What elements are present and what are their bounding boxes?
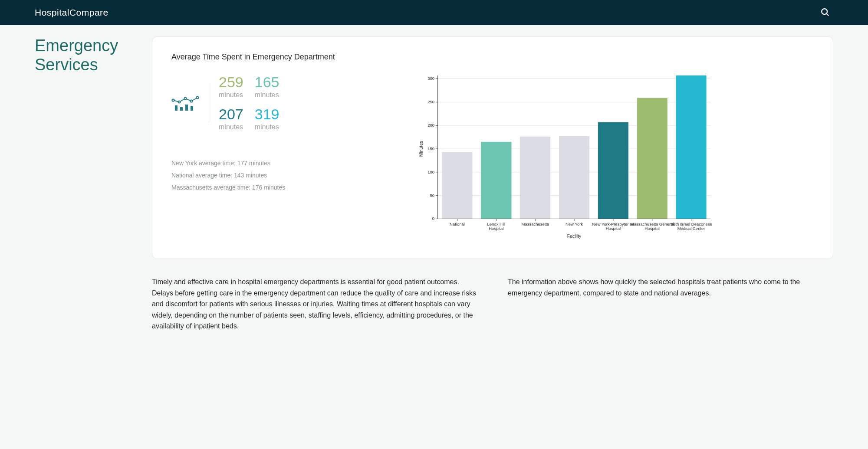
search-icon <box>820 7 830 17</box>
average-line: National average time: 143 minutes <box>171 169 302 181</box>
description-right: The information above shows how quickly … <box>508 276 833 332</box>
stats-column: 259 minutes 165 minutes 207 minutes <box>171 75 302 241</box>
svg-point-2 <box>172 99 174 102</box>
svg-rect-10 <box>191 106 193 111</box>
stat-grid: 259 minutes 165 minutes 207 minutes <box>219 75 279 131</box>
svg-text:Massachusetts General: Massachusetts General <box>631 222 674 226</box>
svg-text:Medical Center: Medical Center <box>677 226 705 231</box>
stat-unit: minutes <box>219 91 243 99</box>
chart-column: 050100150200250300NationalLenox HillHosp… <box>319 75 814 241</box>
svg-line-1 <box>826 13 829 16</box>
svg-point-6 <box>197 97 199 99</box>
brand-logo[interactable]: HospitalCompare <box>35 7 108 18</box>
svg-text:250: 250 <box>427 99 434 104</box>
stat-unit: minutes <box>219 123 243 131</box>
svg-text:50: 50 <box>430 193 434 198</box>
average-line: New York average time: 177 minutes <box>171 157 302 169</box>
search-button[interactable] <box>817 4 833 22</box>
divider <box>209 83 209 122</box>
svg-text:150: 150 <box>427 146 434 151</box>
stat-value: 207 <box>219 107 243 121</box>
description-left: Timely and effective care in hospital em… <box>152 276 477 332</box>
header: HospitalCompare <box>0 0 868 25</box>
svg-point-5 <box>191 100 193 102</box>
description-row: Timely and effective care in hospital em… <box>152 276 833 332</box>
svg-text:Hospital: Hospital <box>489 226 503 231</box>
svg-rect-34 <box>481 142 511 219</box>
stat-item: 207 minutes <box>219 107 243 131</box>
chart-card: Average Time Spent in Emergency Departme… <box>152 36 833 259</box>
svg-text:Lenox Hill: Lenox Hill <box>487 222 506 226</box>
svg-text:0: 0 <box>432 216 434 221</box>
brand-light: Hospital <box>35 7 69 17</box>
stat-unit: minutes <box>255 91 279 99</box>
stat-value: 165 <box>255 75 279 89</box>
svg-point-0 <box>822 9 827 14</box>
svg-rect-31 <box>442 152 472 219</box>
svg-text:Facility: Facility <box>567 234 582 239</box>
svg-text:New York-Presbyterian: New York-Presbyterian <box>592 222 635 226</box>
bar-chart: 050100150200250300NationalLenox HillHosp… <box>319 75 814 239</box>
svg-point-3 <box>178 101 181 103</box>
svg-text:National: National <box>450 222 465 226</box>
svg-rect-8 <box>180 107 183 111</box>
stat-unit: minutes <box>255 123 279 131</box>
average-line: Massachusetts average time: 176 minutes <box>171 181 302 193</box>
page-body: Emergency Services Average Time Spent in… <box>0 25 868 349</box>
svg-text:300: 300 <box>427 76 434 81</box>
stat-value: 319 <box>255 107 279 121</box>
stat-item: 319 minutes <box>255 107 279 131</box>
svg-point-4 <box>184 98 187 100</box>
svg-rect-52 <box>676 75 707 219</box>
stat-item: 259 minutes <box>219 75 243 99</box>
svg-text:New York: New York <box>566 222 583 226</box>
main-content: Average Time Spent in Emergency Departme… <box>152 36 833 332</box>
svg-rect-48 <box>637 98 667 219</box>
svg-text:Minutes: Minutes <box>419 141 424 157</box>
svg-rect-44 <box>598 122 628 219</box>
card-title: Average Time Spent in Emergency Departme… <box>171 52 814 62</box>
svg-rect-38 <box>520 137 550 219</box>
svg-rect-9 <box>185 105 188 111</box>
averages-list: New York average time: 177 minutes Natio… <box>171 157 302 193</box>
stat-item: 165 minutes <box>255 75 279 99</box>
brand-bold: Compare <box>69 7 108 17</box>
svg-rect-7 <box>175 105 178 111</box>
svg-text:Hospital: Hospital <box>645 226 660 231</box>
page-title: Emergency Services <box>35 36 135 332</box>
svg-text:Massachusetts: Massachusetts <box>522 222 549 226</box>
svg-text:100: 100 <box>427 170 434 174</box>
svg-text:200: 200 <box>427 123 434 128</box>
stat-value: 259 <box>219 75 243 89</box>
svg-rect-41 <box>559 136 589 219</box>
chart-icon <box>171 92 199 114</box>
svg-text:Hospital: Hospital <box>606 226 621 231</box>
svg-text:Beth Israel Deaconess: Beth Israel Deaconess <box>671 222 712 226</box>
